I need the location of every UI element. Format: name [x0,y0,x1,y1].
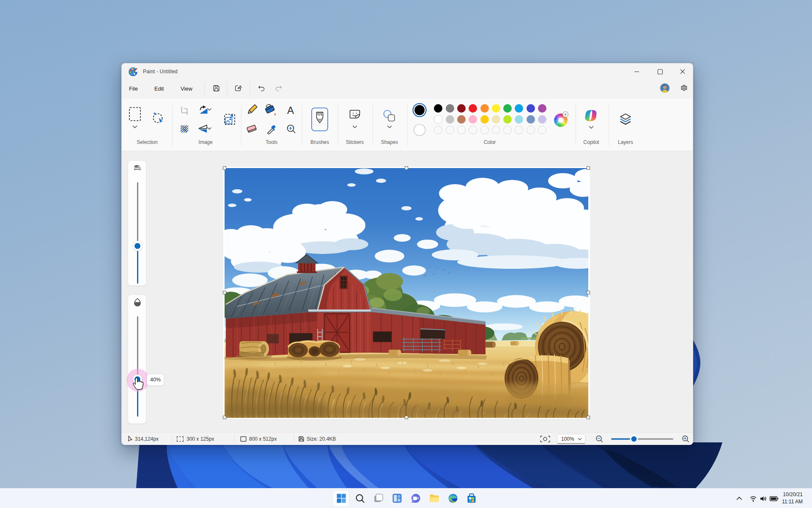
svg-text:Size: 20.4KB: Size: 20.4KB [307,436,336,442]
svg-text:100%: 100% [561,436,574,442]
svg-text:800 x 512px: 800 x 512px [249,436,277,442]
svg-text:Tools: Tools [266,139,277,145]
svg-text:314,124px: 314,124px [135,436,159,442]
svg-text:.: . [689,441,689,441]
svg-text:Brushes: Brushes [310,139,329,145]
svg-text:Layers: Layers [618,139,633,145]
svg-text:300 x 125px: 300 x 125px [187,436,214,442]
svg-text:Selection: Selection [137,139,157,145]
svg-text:Shapes: Shapes [381,139,398,145]
svg-text:Stickers: Stickers [346,139,364,145]
svg-text:A: A [287,105,294,116]
svg-text:Image: Image [198,139,213,145]
svg-text:Copilot: Copilot [583,139,599,145]
svg-text:Color: Color [484,139,496,145]
